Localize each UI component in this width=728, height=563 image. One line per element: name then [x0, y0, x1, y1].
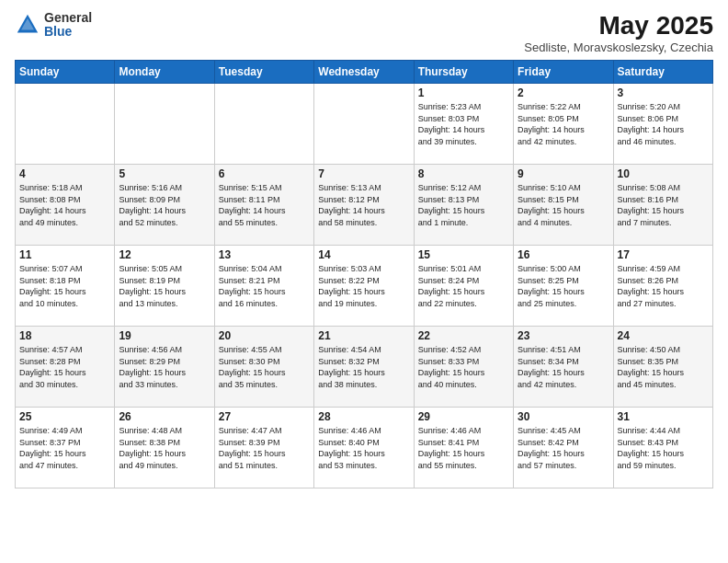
- calendar-cell: 24Sunrise: 4:50 AM Sunset: 8:35 PM Dayli…: [613, 327, 712, 408]
- day-number: 23: [518, 329, 609, 342]
- header: General Blue May 2025 Sedliste, Moravsko…: [15, 11, 713, 54]
- calendar-week-row: 1Sunrise: 5:23 AM Sunset: 8:03 PM Daylig…: [16, 84, 713, 165]
- calendar-cell: 23Sunrise: 4:51 AM Sunset: 8:34 PM Dayli…: [514, 327, 613, 408]
- calendar-cell: 20Sunrise: 4:55 AM Sunset: 8:30 PM Dayli…: [214, 327, 313, 408]
- calendar-week-row: 4Sunrise: 5:18 AM Sunset: 8:08 PM Daylig…: [16, 165, 713, 246]
- calendar-cell: 10Sunrise: 5:08 AM Sunset: 8:16 PM Dayli…: [613, 165, 712, 246]
- calendar-cell: 3Sunrise: 5:20 AM Sunset: 8:06 PM Daylig…: [613, 84, 712, 165]
- day-info: Sunrise: 4:45 AM Sunset: 8:42 PM Dayligh…: [518, 425, 609, 471]
- day-info: Sunrise: 5:05 AM Sunset: 8:19 PM Dayligh…: [119, 263, 210, 309]
- day-number: 2: [518, 86, 609, 99]
- day-info: Sunrise: 4:50 AM Sunset: 8:35 PM Dayligh…: [618, 344, 709, 390]
- day-info: Sunrise: 5:20 AM Sunset: 8:06 PM Dayligh…: [618, 101, 709, 147]
- calendar-cell: [314, 84, 414, 165]
- day-info: Sunrise: 5:15 AM Sunset: 8:11 PM Dayligh…: [219, 182, 310, 228]
- calendar-cell: 8Sunrise: 5:12 AM Sunset: 8:13 PM Daylig…: [414, 165, 513, 246]
- calendar-cell: 6Sunrise: 5:15 AM Sunset: 8:11 PM Daylig…: [214, 165, 313, 246]
- logo-text: General Blue: [44, 11, 92, 40]
- day-number: 6: [219, 167, 310, 180]
- day-info: Sunrise: 5:01 AM Sunset: 8:24 PM Dayligh…: [418, 263, 509, 309]
- calendar-table: SundayMondayTuesdayWednesdayThursdayFrid…: [15, 60, 713, 488]
- day-info: Sunrise: 4:49 AM Sunset: 8:37 PM Dayligh…: [19, 425, 110, 471]
- calendar-cell: 30Sunrise: 4:45 AM Sunset: 8:42 PM Dayli…: [514, 408, 613, 488]
- day-number: 17: [618, 248, 709, 261]
- day-number: 9: [518, 167, 609, 180]
- calendar-cell: [115, 84, 214, 165]
- day-number: 31: [618, 410, 709, 423]
- calendar-cell: 1Sunrise: 5:23 AM Sunset: 8:03 PM Daylig…: [414, 84, 513, 165]
- calendar-week-row: 18Sunrise: 4:57 AM Sunset: 8:28 PM Dayli…: [16, 327, 713, 408]
- day-number: 16: [518, 248, 609, 261]
- calendar-cell: 13Sunrise: 5:04 AM Sunset: 8:21 PM Dayli…: [214, 246, 313, 327]
- calendar-cell: 27Sunrise: 4:47 AM Sunset: 8:39 PM Dayli…: [214, 408, 313, 488]
- calendar-week-row: 11Sunrise: 5:07 AM Sunset: 8:18 PM Dayli…: [16, 246, 713, 327]
- calendar-cell: 29Sunrise: 4:46 AM Sunset: 8:41 PM Dayli…: [414, 408, 513, 488]
- day-info: Sunrise: 5:22 AM Sunset: 8:05 PM Dayligh…: [518, 101, 609, 147]
- day-number: 24: [618, 329, 709, 342]
- calendar-cell: 21Sunrise: 4:54 AM Sunset: 8:32 PM Dayli…: [314, 327, 414, 408]
- calendar-cell: 17Sunrise: 4:59 AM Sunset: 8:26 PM Dayli…: [613, 246, 712, 327]
- day-number: 22: [418, 329, 509, 342]
- day-info: Sunrise: 5:08 AM Sunset: 8:16 PM Dayligh…: [618, 182, 709, 228]
- day-number: 26: [119, 410, 210, 423]
- weekday-header: Wednesday: [314, 61, 414, 84]
- calendar-cell: 25Sunrise: 4:49 AM Sunset: 8:37 PM Dayli…: [16, 408, 115, 488]
- day-info: Sunrise: 4:44 AM Sunset: 8:43 PM Dayligh…: [618, 425, 709, 471]
- calendar-cell: 9Sunrise: 5:10 AM Sunset: 8:15 PM Daylig…: [514, 165, 613, 246]
- logo-blue-text: Blue: [44, 25, 92, 39]
- calendar-cell: 7Sunrise: 5:13 AM Sunset: 8:12 PM Daylig…: [314, 165, 414, 246]
- calendar-header-row: SundayMondayTuesdayWednesdayThursdayFrid…: [16, 61, 713, 84]
- day-number: 4: [19, 167, 110, 180]
- calendar-cell: 4Sunrise: 5:18 AM Sunset: 8:08 PM Daylig…: [16, 165, 115, 246]
- day-number: 20: [219, 329, 310, 342]
- day-number: 7: [318, 167, 409, 180]
- day-number: 13: [219, 248, 310, 261]
- day-number: 27: [219, 410, 310, 423]
- day-info: Sunrise: 5:10 AM Sunset: 8:15 PM Dayligh…: [518, 182, 609, 228]
- day-number: 5: [119, 167, 210, 180]
- day-info: Sunrise: 4:52 AM Sunset: 8:33 PM Dayligh…: [418, 344, 509, 390]
- weekday-header: Sunday: [16, 61, 115, 84]
- day-info: Sunrise: 4:59 AM Sunset: 8:26 PM Dayligh…: [618, 263, 709, 309]
- day-info: Sunrise: 4:46 AM Sunset: 8:41 PM Dayligh…: [418, 425, 509, 471]
- calendar-cell: 18Sunrise: 4:57 AM Sunset: 8:28 PM Dayli…: [16, 327, 115, 408]
- day-number: 11: [19, 248, 110, 261]
- calendar-cell: 19Sunrise: 4:56 AM Sunset: 8:29 PM Dayli…: [115, 327, 214, 408]
- day-number: 10: [618, 167, 709, 180]
- day-number: 8: [418, 167, 509, 180]
- weekday-header: Saturday: [613, 61, 712, 84]
- day-info: Sunrise: 4:55 AM Sunset: 8:30 PM Dayligh…: [219, 344, 310, 390]
- day-info: Sunrise: 4:47 AM Sunset: 8:39 PM Dayligh…: [219, 425, 310, 471]
- calendar-cell: 12Sunrise: 5:05 AM Sunset: 8:19 PM Dayli…: [115, 246, 214, 327]
- calendar-cell: 26Sunrise: 4:48 AM Sunset: 8:38 PM Dayli…: [115, 408, 214, 488]
- title-block: May 2025 Sedliste, Moravskoslezsky, Czec…: [524, 11, 713, 54]
- day-info: Sunrise: 5:12 AM Sunset: 8:13 PM Dayligh…: [418, 182, 509, 228]
- calendar-cell: 2Sunrise: 5:22 AM Sunset: 8:05 PM Daylig…: [514, 84, 613, 165]
- weekday-header: Friday: [514, 61, 613, 84]
- day-info: Sunrise: 5:18 AM Sunset: 8:08 PM Dayligh…: [19, 182, 110, 228]
- weekday-header: Tuesday: [214, 61, 313, 84]
- day-info: Sunrise: 5:03 AM Sunset: 8:22 PM Dayligh…: [318, 263, 409, 309]
- calendar-cell: 28Sunrise: 4:46 AM Sunset: 8:40 PM Dayli…: [314, 408, 414, 488]
- calendar-cell: 15Sunrise: 5:01 AM Sunset: 8:24 PM Dayli…: [414, 246, 513, 327]
- calendar-cell: 22Sunrise: 4:52 AM Sunset: 8:33 PM Dayli…: [414, 327, 513, 408]
- day-number: 30: [518, 410, 609, 423]
- day-info: Sunrise: 5:13 AM Sunset: 8:12 PM Dayligh…: [318, 182, 409, 228]
- day-number: 3: [618, 86, 709, 99]
- day-number: 14: [318, 248, 409, 261]
- day-info: Sunrise: 4:46 AM Sunset: 8:40 PM Dayligh…: [318, 425, 409, 471]
- day-number: 15: [418, 248, 509, 261]
- day-number: 28: [318, 410, 409, 423]
- subtitle: Sedliste, Moravskoslezsky, Czechia: [524, 40, 713, 54]
- page: General Blue May 2025 Sedliste, Moravsko…: [0, 0, 728, 563]
- day-info: Sunrise: 5:00 AM Sunset: 8:25 PM Dayligh…: [518, 263, 609, 309]
- logo-general-text: General: [44, 11, 92, 25]
- calendar-week-row: 25Sunrise: 4:49 AM Sunset: 8:37 PM Dayli…: [16, 408, 713, 488]
- day-number: 18: [19, 329, 110, 342]
- day-info: Sunrise: 4:56 AM Sunset: 8:29 PM Dayligh…: [119, 344, 210, 390]
- calendar-cell: 16Sunrise: 5:00 AM Sunset: 8:25 PM Dayli…: [514, 246, 613, 327]
- main-title: May 2025: [524, 11, 713, 40]
- day-number: 21: [318, 329, 409, 342]
- day-info: Sunrise: 5:04 AM Sunset: 8:21 PM Dayligh…: [219, 263, 310, 309]
- day-number: 25: [19, 410, 110, 423]
